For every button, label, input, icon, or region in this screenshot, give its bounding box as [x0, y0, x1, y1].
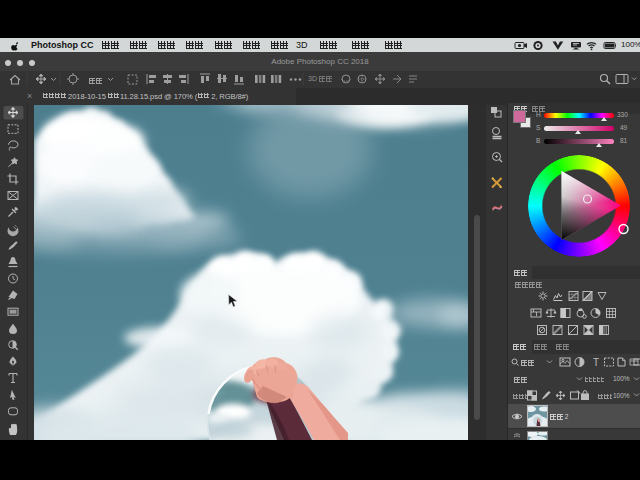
svg-text:T: T — [593, 357, 599, 368]
